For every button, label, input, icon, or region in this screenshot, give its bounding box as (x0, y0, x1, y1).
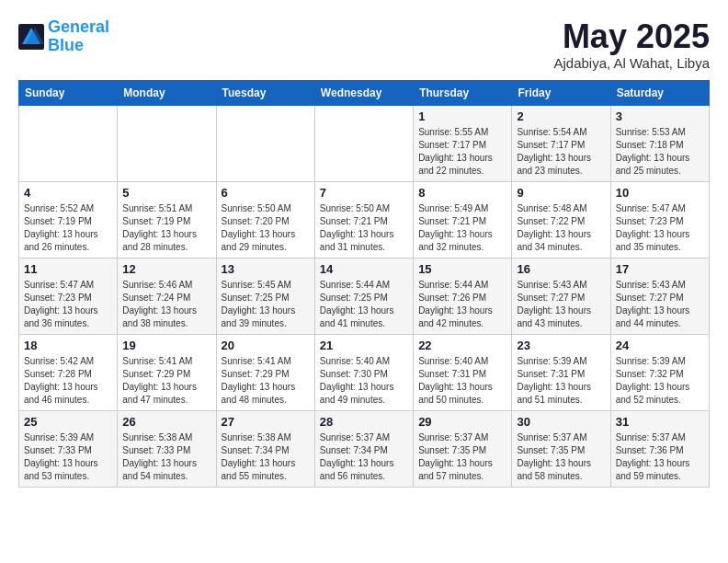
day-number: 6 (222, 186, 310, 200)
calendar-cell: 6Sunrise: 5:50 AM Sunset: 7:20 PM Daylig… (216, 181, 314, 258)
day-number: 1 (418, 109, 506, 123)
calendar-cell: 4Sunrise: 5:52 AM Sunset: 7:19 PM Daylig… (19, 181, 118, 258)
day-number: 18 (24, 339, 112, 352)
calendar-cell: 3Sunrise: 5:53 AM Sunset: 7:18 PM Daylig… (610, 105, 709, 181)
calendar-cell: 1Sunrise: 5:55 AM Sunset: 7:17 PM Daylig… (414, 105, 512, 181)
calendar-cell: 21Sunrise: 5:40 AM Sunset: 7:30 PM Dayli… (314, 334, 413, 410)
calendar-cell: 11Sunrise: 5:47 AM Sunset: 7:23 PM Dayli… (19, 258, 118, 334)
day-info: Sunrise: 5:38 AM Sunset: 7:34 PM Dayligh… (222, 431, 310, 483)
day-info: Sunrise: 5:39 AM Sunset: 7:33 PM Dayligh… (24, 431, 112, 483)
calendar-week-1: 1Sunrise: 5:55 AM Sunset: 7:17 PM Daylig… (19, 105, 710, 181)
day-info: Sunrise: 5:40 AM Sunset: 7:30 PM Dayligh… (320, 355, 408, 407)
calendar-cell: 19Sunrise: 5:41 AM Sunset: 7:29 PM Dayli… (118, 334, 216, 410)
day-info: Sunrise: 5:39 AM Sunset: 7:31 PM Dayligh… (517, 355, 605, 407)
day-info: Sunrise: 5:37 AM Sunset: 7:35 PM Dayligh… (517, 431, 605, 483)
weekday-header-monday: Monday (118, 80, 216, 105)
day-info: Sunrise: 5:40 AM Sunset: 7:31 PM Dayligh… (418, 355, 506, 407)
day-number: 27 (222, 415, 310, 429)
day-number: 23 (517, 339, 605, 352)
calendar-cell: 2Sunrise: 5:54 AM Sunset: 7:17 PM Daylig… (512, 105, 610, 181)
day-number: 3 (616, 109, 704, 123)
day-info: Sunrise: 5:50 AM Sunset: 7:21 PM Dayligh… (320, 202, 408, 254)
day-number: 30 (517, 415, 605, 429)
month-title: May 2025 (553, 18, 710, 55)
calendar-cell: 13Sunrise: 5:45 AM Sunset: 7:25 PM Dayli… (216, 258, 314, 334)
weekday-header-tuesday: Tuesday (216, 80, 314, 105)
day-info: Sunrise: 5:39 AM Sunset: 7:32 PM Dayligh… (616, 355, 704, 407)
weekday-header-row: SundayMondayTuesdayWednesdayThursdayFrid… (19, 80, 710, 105)
calendar-week-2: 4Sunrise: 5:52 AM Sunset: 7:19 PM Daylig… (19, 181, 710, 258)
day-info: Sunrise: 5:54 AM Sunset: 7:17 PM Dayligh… (517, 126, 605, 178)
day-number: 28 (320, 415, 408, 429)
day-info: Sunrise: 5:42 AM Sunset: 7:28 PM Dayligh… (24, 355, 112, 407)
day-info: Sunrise: 5:38 AM Sunset: 7:33 PM Dayligh… (122, 431, 210, 483)
day-number: 15 (418, 262, 506, 276)
calendar-cell: 28Sunrise: 5:37 AM Sunset: 7:34 PM Dayli… (314, 410, 413, 487)
logo: General Blue (18, 18, 109, 55)
day-number: 11 (24, 262, 112, 276)
day-number: 13 (222, 262, 310, 276)
location: Ajdabiya, Al Wahat, Libya (553, 55, 710, 71)
day-number: 22 (418, 339, 506, 352)
calendar-cell: 29Sunrise: 5:37 AM Sunset: 7:35 PM Dayli… (414, 410, 512, 487)
day-number: 14 (320, 262, 408, 276)
day-info: Sunrise: 5:41 AM Sunset: 7:29 PM Dayligh… (222, 355, 310, 407)
day-info: Sunrise: 5:50 AM Sunset: 7:20 PM Dayligh… (222, 202, 310, 254)
weekday-header-sunday: Sunday (19, 80, 118, 105)
calendar-cell: 8Sunrise: 5:49 AM Sunset: 7:21 PM Daylig… (414, 181, 512, 258)
day-number: 24 (616, 339, 704, 352)
day-number: 19 (122, 339, 210, 352)
calendar-cell: 24Sunrise: 5:39 AM Sunset: 7:32 PM Dayli… (610, 334, 709, 410)
day-info: Sunrise: 5:47 AM Sunset: 7:23 PM Dayligh… (616, 202, 704, 254)
calendar-cell: 26Sunrise: 5:38 AM Sunset: 7:33 PM Dayli… (118, 410, 216, 487)
day-number: 4 (24, 186, 112, 200)
logo-text: General Blue (48, 18, 109, 55)
page-header: General Blue May 2025 Ajdabiya, Al Wahat… (18, 18, 710, 71)
calendar-cell: 17Sunrise: 5:43 AM Sunset: 7:27 PM Dayli… (610, 258, 709, 334)
calendar-cell (314, 105, 413, 181)
calendar-cell: 9Sunrise: 5:48 AM Sunset: 7:22 PM Daylig… (512, 181, 610, 258)
calendar-cell: 31Sunrise: 5:37 AM Sunset: 7:36 PM Dayli… (610, 410, 709, 487)
calendar-cell: 5Sunrise: 5:51 AM Sunset: 7:19 PM Daylig… (118, 181, 216, 258)
day-number: 10 (616, 186, 704, 200)
day-number: 29 (418, 415, 506, 429)
day-info: Sunrise: 5:37 AM Sunset: 7:35 PM Dayligh… (418, 431, 506, 483)
day-info: Sunrise: 5:53 AM Sunset: 7:18 PM Dayligh… (616, 126, 704, 178)
calendar-cell (216, 105, 314, 181)
day-info: Sunrise: 5:51 AM Sunset: 7:19 PM Dayligh… (122, 202, 210, 254)
day-info: Sunrise: 5:44 AM Sunset: 7:26 PM Dayligh… (418, 279, 506, 330)
title-block: May 2025 Ajdabiya, Al Wahat, Libya (553, 18, 710, 71)
calendar-cell (19, 105, 118, 181)
calendar-cell: 16Sunrise: 5:43 AM Sunset: 7:27 PM Dayli… (512, 258, 610, 334)
calendar-cell: 25Sunrise: 5:39 AM Sunset: 7:33 PM Dayli… (19, 410, 118, 487)
calendar-week-3: 11Sunrise: 5:47 AM Sunset: 7:23 PM Dayli… (19, 258, 710, 334)
day-number: 20 (222, 339, 310, 352)
calendar-cell: 18Sunrise: 5:42 AM Sunset: 7:28 PM Dayli… (19, 334, 118, 410)
weekday-header-saturday: Saturday (610, 80, 709, 105)
calendar-cell: 22Sunrise: 5:40 AM Sunset: 7:31 PM Dayli… (414, 334, 512, 410)
day-number: 2 (517, 109, 605, 123)
day-info: Sunrise: 5:49 AM Sunset: 7:21 PM Dayligh… (418, 202, 506, 254)
calendar-cell: 27Sunrise: 5:38 AM Sunset: 7:34 PM Dayli… (216, 410, 314, 487)
day-number: 16 (517, 262, 605, 276)
logo-line2: Blue (48, 36, 84, 54)
day-info: Sunrise: 5:47 AM Sunset: 7:23 PM Dayligh… (24, 279, 112, 330)
logo-icon (18, 24, 44, 50)
day-number: 26 (122, 415, 210, 429)
day-info: Sunrise: 5:44 AM Sunset: 7:25 PM Dayligh… (320, 279, 408, 330)
day-info: Sunrise: 5:37 AM Sunset: 7:34 PM Dayligh… (320, 431, 408, 483)
day-info: Sunrise: 5:37 AM Sunset: 7:36 PM Dayligh… (616, 431, 704, 483)
calendar-cell: 20Sunrise: 5:41 AM Sunset: 7:29 PM Dayli… (216, 334, 314, 410)
day-info: Sunrise: 5:45 AM Sunset: 7:25 PM Dayligh… (222, 279, 310, 330)
day-info: Sunrise: 5:46 AM Sunset: 7:24 PM Dayligh… (122, 279, 210, 330)
day-info: Sunrise: 5:52 AM Sunset: 7:19 PM Dayligh… (24, 202, 112, 254)
calendar-week-4: 18Sunrise: 5:42 AM Sunset: 7:28 PM Dayli… (19, 334, 710, 410)
calendar-cell: 23Sunrise: 5:39 AM Sunset: 7:31 PM Dayli… (512, 334, 610, 410)
day-number: 31 (616, 415, 704, 429)
weekday-header-thursday: Thursday (414, 80, 512, 105)
day-number: 12 (122, 262, 210, 276)
calendar-week-5: 25Sunrise: 5:39 AM Sunset: 7:33 PM Dayli… (19, 410, 710, 487)
calendar-cell (118, 105, 216, 181)
day-info: Sunrise: 5:43 AM Sunset: 7:27 PM Dayligh… (517, 279, 605, 330)
calendar-cell: 10Sunrise: 5:47 AM Sunset: 7:23 PM Dayli… (610, 181, 709, 258)
